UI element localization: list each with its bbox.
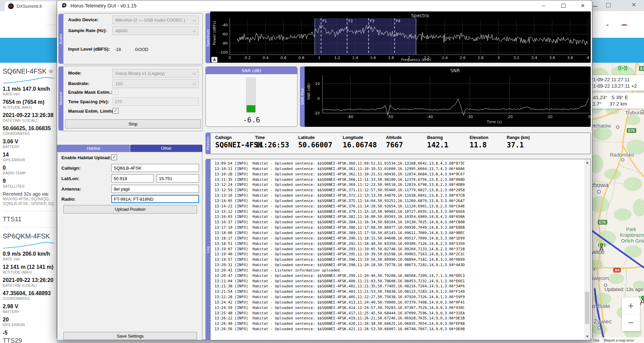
scrollbar-thumb[interactable] — [585, 292, 589, 324]
close-button[interactable]: ✕ — [575, 0, 590, 11]
spot-label: ALTITUDE (MAX) — [3, 105, 57, 110]
scroll-up-icon[interactable] — [586, 162, 589, 164]
map-label: Updated: 13s ago — [605, 287, 643, 292]
spot-row: 47.35604, 16.48893 COORDINATES — [3, 290, 57, 301]
map-label — [597, 326, 601, 330]
lon-input[interactable] — [157, 174, 199, 182]
spectrum-ylabel: Power (dBFs) — [212, 21, 217, 45]
spot-rows: 1.1 m/s 147.0 km/h RATE V|H 7654 m (7654… — [3, 86, 57, 189]
tab-modem[interactable]: Modem — [58, 66, 63, 131]
save-settings-button[interactable]: Save Settings — [63, 332, 197, 340]
target-icon[interactable]: ⊕ — [49, 68, 53, 75]
input-level-label: Input Level (dBFS): — [68, 47, 110, 52]
spot-value: 50.66625, 16.06835 — [3, 125, 57, 132]
position-column-label: Bearing — [427, 135, 470, 140]
autoscale-button[interactable]: A — [211, 57, 218, 63]
mode-select[interactable]: Horus Binary v1 (Legacy) — [112, 69, 199, 78]
titlebar[interactable]: Horus Telemetry GUI - v0.1.15 ✕ — [57, 0, 592, 11]
log-line: 13:18:17 [INFO] Habitat - Uploaded sente… — [215, 236, 583, 241]
svg-text:2.6: 2.6 — [460, 56, 466, 60]
tts-link[interactable]: TTS11 — [3, 211, 57, 228]
position-column-label: Callsign — [215, 135, 255, 140]
position-column-value: SQ6NEI-4FSK — [215, 141, 255, 149]
tab-audio[interactable]: Audio — [58, 14, 63, 64]
log-line: 13:13:16 [INFO] Habitat - Uploaded sente… — [215, 193, 583, 198]
svg-text:3.2: 3.2 — [513, 56, 520, 60]
spot-label: RATE V|H — [3, 257, 57, 261]
spot-label: ALTITUDE (MAX) — [3, 270, 57, 275]
radio-input[interactable] — [111, 195, 199, 203]
svg-text:1.2: 1.2 — [334, 56, 340, 60]
tab-snr-plot[interactable]: SNR Plot — [300, 66, 305, 127]
map-label: y — [593, 265, 596, 271]
sample-rate-select[interactable]: 48000 — [112, 26, 199, 35]
report-error-link[interactable]: Report a map error — [604, 338, 634, 342]
tab-log[interactable]: Log — [205, 159, 210, 340]
spot-value: 2021-09-22 13:26:20 — [3, 277, 57, 283]
spot-value: 47.35604, 16.48893 — [3, 290, 57, 296]
map[interactable]: ((●)) PiotrkówTrybunalskiBełchatówRadoms… — [592, 63, 644, 343]
upload-position-button[interactable]: Upload Position — [63, 205, 197, 213]
map-label: Bielsko-Biała — [592, 303, 610, 310]
road-badge: E75 — [639, 66, 644, 71]
log-scrollbar[interactable] — [584, 160, 590, 340]
tab-habitat[interactable]: Habitat — [57, 145, 130, 152]
spot-row: 2021-09-22 13:26:38 DATETIME (LOCAL) — [3, 112, 57, 123]
signal-icon: ((●)) — [618, 65, 627, 70]
spot-value: 20 — [3, 317, 57, 323]
elevation-range-value: 11.7° 37.2 km — [592, 101, 644, 107]
map-label: Oświęcim — [592, 275, 609, 281]
map-attribution: Use Report a map error — [592, 337, 644, 343]
audio-device-select[interactable]: Mikrofon (2 — USB Audio CODEC ) — [112, 16, 199, 24]
baudrate-select[interactable]: 100 — [112, 79, 199, 88]
spot-row: 3.06 V BATTERY — [3, 139, 57, 149]
snr-plot: SNR SNR (dB) Time (s) 100-10-60-50-40-30… — [305, 66, 591, 127]
log-line: 13:15:12 [INFO] Habitat - Uploaded sente… — [215, 209, 583, 215]
svg-text:2.8: 2.8 — [478, 56, 484, 60]
spot-label: COORDINATES — [3, 132, 57, 136]
minimize-button[interactable] — [536, 0, 551, 11]
zoom-out-button[interactable]: − — [622, 314, 640, 331]
svg-text:-100: -100 — [219, 50, 228, 55]
tts-bottom-link[interactable]: TTS29 — [3, 335, 53, 343]
position-column-value: 16.06748 — [343, 141, 386, 149]
tab-position[interactable]: Position — [205, 133, 210, 154]
position-column-value: 50.66007 — [298, 141, 343, 149]
spot-callsign[interactable]: SP6QKM-4FSK — [3, 232, 57, 240]
maximize-button[interactable] — [556, 0, 571, 11]
position-column-label: Time — [255, 135, 298, 140]
log-line: 13:19:07 [INFO] Habitat - Uploaded sente… — [215, 247, 583, 252]
audio-panel: Audio Device: Mikrofon (2 — USB Audio CO… — [63, 13, 203, 64]
spot-label: DATETIME (LOCAL) — [3, 118, 57, 123]
scroll-down-icon[interactable] — [586, 336, 589, 338]
mask-estim-checkbox[interactable]: ✓ — [113, 89, 118, 95]
svg-text:3.4: 3.4 — [531, 56, 537, 60]
log-line: 13:14:05 [INFO] Habitat - Uploaded sente… — [215, 198, 583, 204]
browser-close-button[interactable]: ✕ — [632, 1, 636, 8]
tab-spectrum[interactable]: Spectrum — [205, 13, 210, 63]
browser-minimize-button[interactable] — [593, 6, 597, 7]
callsign-input[interactable] — [111, 164, 199, 172]
svg-text:F3: F3 — [370, 19, 374, 23]
svg-text:4: 4 — [587, 56, 589, 60]
snr-meter-fill — [247, 105, 255, 112]
zoom-in-button[interactable]: + — [622, 297, 640, 314]
spot-row: 9 SATELLITES — [3, 178, 57, 189]
spot-value: 0 — [3, 165, 57, 171]
time-overlay: 21-09-22 11:27:11 21-09-22 13:27:11 +2 — [592, 75, 644, 91]
enable-habitat-checkbox[interactable]: ✓ — [111, 154, 117, 160]
browser-restore-button[interactable] — [606, 3, 611, 7]
manual-estim-checkbox[interactable]: ✓ — [113, 108, 118, 114]
tone-spacing-input[interactable] — [112, 97, 199, 106]
antenna-input[interactable] — [111, 185, 199, 193]
spot-callsign[interactable]: SQ6NEI-4FSK⊕ — [3, 67, 57, 75]
svg-text:-60: -60 — [347, 115, 353, 119]
position-column-label: Altitude — [386, 135, 427, 140]
lat-input[interactable] — [111, 174, 154, 182]
svg-text:0: 0 — [588, 115, 591, 119]
altitude-sparkline — [3, 241, 55, 249]
tab-other[interactable]: Other — [130, 145, 202, 152]
stop-button[interactable]: Stop — [65, 119, 201, 128]
terms-link[interactable]: Use — [593, 338, 599, 342]
road-badge: E75 — [598, 220, 607, 225]
